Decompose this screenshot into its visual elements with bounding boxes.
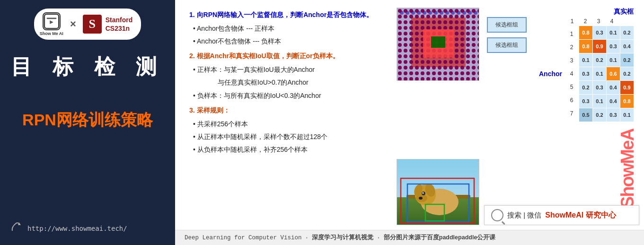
search-icon: [491, 209, 503, 221]
iou-col-4: 4: [605, 18, 618, 25]
row-num-5: 5: [567, 80, 576, 94]
point-1: 1. 向RPN网络输入一个监督信息，判断Anchor是否包含物体。: [189, 9, 388, 20]
cell-7-4: 0.1: [620, 108, 634, 122]
cell-6-1: 0.3: [579, 95, 592, 108]
iou-row-nums: 1 2 3 4 5 6 7: [567, 27, 576, 120]
visual-column: // We'll draw this with inline SVG eleme…: [397, 8, 639, 225]
stanford-logo: S Stanford CS231n: [83, 15, 133, 34]
svg-marker-2: [50, 20, 53, 24]
bullet-2: Anchor不包含物体 --- 负样本: [189, 36, 388, 47]
cell-7-3: 0.3: [607, 108, 620, 122]
content-area: 1. 向RPN网络输入一个监督信息，判断Anchor是否包含物体。 Anchor…: [175, 0, 644, 230]
bottom-visuals: 搜索 | 微信 ShowMeAI 研究中心 ShowMeAI: [397, 128, 639, 225]
row-num-3: 3: [567, 54, 576, 67]
iou-grid: 0.8 0.3 0.1 0.2 0.8 0.9 0.3 0.4 0.1 0.2: [579, 26, 634, 122]
anchor-boxes: 候选框组 候选框组: [487, 8, 527, 53]
cell-4-3: 0.6: [607, 67, 620, 80]
sidebar-bottom: http://www.showmeai.tech/: [9, 220, 166, 238]
sidebar-top: Show Me AI × S Stanford CS231n 目 标 检 测 R…: [9, 9, 166, 140]
logo-area: Show Me AI × S Stanford CS231n: [34, 9, 141, 40]
footer-text-en: Deep Learning for Computer Vision: [185, 235, 302, 241]
cell-4-1: 0.3: [579, 67, 592, 80]
search-bar[interactable]: 搜索 | 微信 ShowMeAI 研究中心: [484, 205, 639, 225]
cell-4-4: 0.2: [620, 67, 634, 80]
row-num-1: 1: [567, 27, 576, 41]
row-num-7: 7: [567, 107, 576, 120]
stanford-s-icon: S: [83, 15, 102, 34]
stanford-name: Stanford: [106, 16, 133, 24]
iou-matrix-section: 真实框 1 2 3 4 Anchor 1 2 3 4: [539, 8, 634, 122]
cell-2-4: 0.4: [620, 40, 634, 53]
cell-1-3: 0.1: [607, 26, 620, 39]
stanford-course: CS231n: [106, 24, 133, 33]
text-column: 1. 向RPN网络输入一个监督信息，判断Anchor是否包含物体。 Anchor…: [189, 8, 388, 225]
anchor-box-2: 候选框组: [487, 37, 527, 53]
anchor-box-1: 候选框组: [487, 17, 527, 33]
title-main: 目 标 检 测: [11, 53, 165, 81]
anchor-grid-image: // We'll draw this with inline SVG eleme…: [397, 8, 479, 81]
iou-true-label: 真实框: [614, 8, 634, 16]
x-separator: ×: [70, 18, 76, 30]
title-sub: RPN网络训练策略: [22, 109, 153, 131]
dog-image: [397, 159, 479, 225]
anchor-label: Anchor: [539, 70, 562, 78]
point-2: 2. 根据Anchr和真实框IoU取值，判断正or负样本。: [189, 51, 388, 61]
cell-3-4: 0.2: [620, 53, 634, 67]
cell-3-2: 0.2: [593, 53, 606, 67]
cell-2-1: 0.8: [579, 40, 592, 53]
stanford-text: Stanford CS231n: [106, 16, 133, 33]
cell-5-1: 0.2: [579, 81, 592, 94]
arrow-icon: [9, 220, 23, 236]
iou-col-3: 3: [592, 18, 605, 25]
svg-point-37: [419, 197, 423, 200]
bullet-5: 共采样256个样本: [189, 119, 388, 130]
showmeai-label: Show Me AI: [40, 31, 63, 36]
point-3: 3. 采样规则：: [189, 105, 388, 116]
cell-5-4: 0.9: [620, 81, 634, 94]
showmeai-logo: Show Me AI: [40, 12, 63, 36]
svg-rect-1: [46, 18, 56, 19]
cell-1-1: 0.8: [579, 26, 592, 39]
sub-bullet-1: 与任意真实框IoU>0.7的Anchor: [189, 77, 388, 88]
cell-1-4: 0.2: [620, 26, 634, 39]
cell-3-3: 0.1: [607, 53, 620, 67]
iou-title-row: 真实框: [539, 8, 634, 16]
footer-dot-2: ·: [376, 234, 381, 242]
sidebar: Show Me AI × S Stanford CS231n 目 标 检 测 R…: [0, 0, 175, 245]
cell-7-2: 0.2: [593, 108, 606, 122]
cell-3-1: 0.1: [579, 53, 592, 67]
search-bar-container: 搜索 | 微信 ShowMeAI 研究中心: [484, 205, 639, 225]
bullet-7: 从负样本中随机采样，补齐256个样本: [189, 144, 388, 155]
footer: Deep Learning for Computer Vision · 深度学习…: [175, 230, 644, 245]
sidebar-url[interactable]: http://www.showmeai.tech/: [27, 225, 127, 232]
svg-rect-26: [431, 36, 445, 48]
footer-text-cn2: 部分图片来源于百度paddlepaddle公开课: [384, 234, 496, 242]
bullet-3: 正样本：与某一真实框IoU最大的Anchor: [189, 64, 388, 75]
cell-1-2: 0.3: [593, 26, 606, 39]
watermark: ShowMeAI: [616, 128, 639, 205]
top-visuals: // We'll draw this with inline SVG eleme…: [397, 8, 639, 122]
search-brand: ShowMeAI 研究中心: [545, 210, 616, 220]
main-content: 1. 向RPN网络输入一个监督信息，判断Anchor是否包含物体。 Anchor…: [175, 0, 644, 245]
cell-6-2: 0.1: [593, 95, 606, 108]
cell-7-1: 0.5: [579, 108, 592, 122]
cell-2-3: 0.3: [607, 40, 620, 53]
cell-6-4: 0.8: [620, 95, 634, 108]
search-prefix: 搜索 | 微信: [507, 211, 541, 220]
svg-point-36: [423, 192, 424, 194]
cell-2-2: 0.9: [593, 40, 606, 53]
bullet-4: 负样本：与所有真实框的IoU<0.3的Anchor: [189, 90, 388, 101]
bullet-6: 从正样本中随机采样，采样个数不超过128个: [189, 131, 388, 142]
footer-text-cn1: 深度学习与计算机视觉: [312, 234, 373, 242]
row-num-4: 4: [567, 67, 576, 80]
watermark-text: ShowMeAI: [618, 128, 638, 205]
iou-matrix-area: Anchor 1 2 3 4 5 6 7 0.8: [539, 26, 634, 122]
row-num-2: 2: [567, 41, 576, 54]
showmeai-icon: [43, 12, 61, 30]
iou-col-2: 2: [579, 18, 592, 25]
cell-5-2: 0.3: [593, 81, 606, 94]
row-num-6: 6: [567, 94, 576, 107]
cell-4-2: 0.1: [593, 67, 606, 80]
bullet-1: Anchor包含物体 --- 正样本: [189, 23, 388, 34]
footer-dot-1: ·: [305, 234, 309, 242]
